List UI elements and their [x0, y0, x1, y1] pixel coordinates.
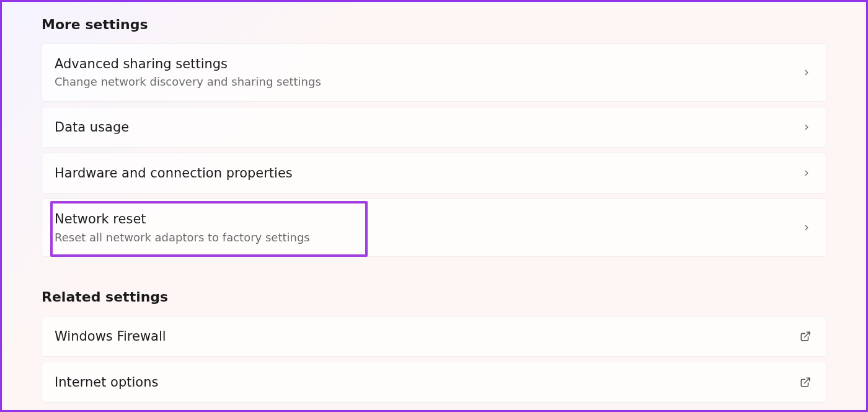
svg-line-1 [805, 378, 810, 383]
setting-subtitle: Change network discovery and sharing set… [55, 74, 321, 89]
setting-hardware-connection[interactable]: Hardware and connection properties [42, 153, 826, 194]
setting-subtitle: Reset all network adaptors to factory se… [55, 230, 310, 245]
section-heading-related-settings: Related settings [42, 289, 826, 305]
chevron-right-icon [802, 68, 811, 77]
setting-windows-firewall[interactable]: Windows Firewall [42, 316, 826, 357]
section-heading-more-settings: More settings [42, 17, 826, 32]
setting-data-usage[interactable]: Data usage [42, 107, 826, 148]
chevron-right-icon [802, 169, 811, 177]
setting-title: Data usage [55, 119, 129, 136]
setting-internet-options[interactable]: Internet options [42, 362, 826, 403]
setting-title: Windows Firewall [55, 328, 166, 345]
chevron-right-icon [802, 223, 811, 232]
setting-advanced-sharing[interactable]: Advanced sharing settings Change network… [42, 43, 826, 102]
more-settings-list: Advanced sharing settings Change network… [42, 43, 826, 257]
svg-line-0 [805, 332, 810, 337]
related-settings-list: Windows Firewall Internet options [42, 316, 826, 403]
chevron-right-icon [802, 123, 811, 132]
setting-network-reset[interactable]: Network reset Reset all network adaptors… [42, 199, 826, 257]
setting-title: Internet options [55, 374, 158, 391]
setting-title: Advanced sharing settings [55, 55, 321, 73]
setting-title: Hardware and connection properties [55, 164, 293, 182]
external-link-icon [800, 331, 811, 342]
external-link-icon [800, 377, 811, 388]
setting-title: Network reset [55, 210, 310, 228]
